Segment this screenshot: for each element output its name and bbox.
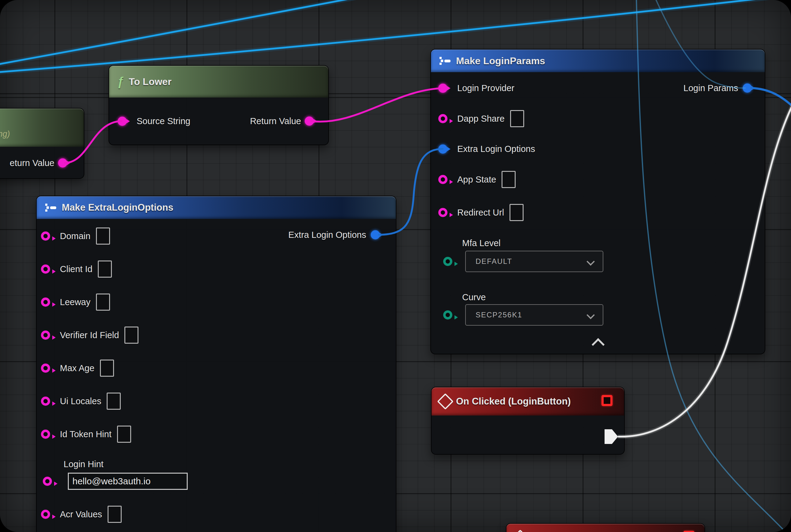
mfa-level-dropdown[interactable]: DEFAULT — [465, 251, 603, 272]
leeway-pin[interactable] — [41, 298, 54, 307]
chevron-down-icon — [586, 311, 595, 319]
leeway-checkbox[interactable] — [96, 293, 110, 311]
node-on-clicked-logout-button[interactable]: On Clicked (LogoutButton) — [506, 523, 705, 532]
pin-row-leeway: Leeway — [41, 293, 110, 311]
to-lower-source-string-pin[interactable] — [118, 116, 131, 126]
domain-pin[interactable] — [41, 231, 54, 241]
pin-row-redirect-url: Redirect Url — [438, 204, 524, 221]
node-on-clicked-logout-button-header[interactable]: On Clicked (LogoutButton) — [506, 524, 705, 532]
verifier-id-field-checkbox[interactable] — [124, 326, 138, 344]
node-to-lower[interactable]: ƒ To Lower — [109, 65, 329, 145]
pin-row-app-state: App State — [438, 171, 516, 188]
node-make-extra-login-options-header[interactable]: Make ExtraLoginOptions — [37, 196, 396, 219]
function-icon: ƒ — [117, 75, 124, 89]
node-to-lower-title: To Lower — [129, 76, 172, 88]
partial-return-value-label: eturn Value — [10, 158, 54, 168]
node-make-login-params-title: Make LoginParams — [456, 55, 545, 66]
event-icon — [437, 393, 454, 410]
delegate-output-pin[interactable] — [683, 531, 694, 532]
chevron-down-icon — [586, 258, 595, 266]
acr-values-pin[interactable] — [41, 510, 54, 519]
pin-row-dapp-share: Dapp Share — [438, 110, 524, 127]
ui-locales-pin[interactable] — [41, 397, 54, 406]
redirect-url-checkbox[interactable] — [509, 204, 524, 221]
blueprint-editor: tion ox (String) eturn Value ƒ To Lower … — [0, 0, 791, 532]
client-id-checkbox[interactable] — [98, 261, 112, 278]
node-on-clicked-login-button-title: On Clicked (LoginButton) — [456, 396, 571, 407]
pin-row-id-token-hint: Id Token Hint — [41, 425, 131, 443]
max-age-pin[interactable] — [41, 363, 54, 373]
make-struct-icon — [45, 203, 57, 212]
verifier-id-field-pin[interactable] — [41, 330, 54, 340]
delegate-output-pin[interactable] — [601, 395, 613, 406]
node-to-lower-header[interactable]: ƒ To Lower — [109, 66, 328, 97]
pin-row-login-provider: Login Provider — [438, 83, 515, 93]
wire-to-lower-to-login-provider — [311, 88, 440, 122]
wire-blue-long-1 — [0, 0, 363, 65]
node-make-extra-login-options-title: Make ExtraLoginOptions — [62, 202, 173, 213]
extra-login-options-input-pin[interactable] — [438, 144, 452, 153]
to-lower-source-string-label: Source String — [137, 116, 190, 126]
make-struct-icon — [439, 56, 451, 65]
acr-values-checkbox[interactable] — [108, 506, 122, 523]
id-token-hint-pin[interactable] — [41, 430, 54, 439]
to-lower-return-value-label: Return Value — [250, 116, 301, 126]
pin-row-ui-locales: Ui Locales — [41, 393, 121, 410]
node-partial-target[interactable]: tion ox (String) — [0, 108, 84, 179]
pin-row-extra-login-options-in: Extra Login Options — [438, 144, 535, 154]
graph-canvas[interactable]: tion ox (String) eturn Value ƒ To Lower … — [0, 0, 791, 532]
curve-label: Curve — [462, 292, 486, 302]
event-icon — [512, 530, 528, 532]
node-make-login-params-header[interactable]: Make LoginParams — [431, 50, 765, 72]
login-params-output-label: Login Params — [683, 83, 738, 93]
extra-login-options-output-label: Extra Login Options — [288, 230, 366, 240]
app-state-pin[interactable] — [438, 175, 452, 184]
node-partial-target-subtitle: ox (String) — [0, 129, 10, 139]
pin-row-verifier-id-field: Verifier Id Field — [41, 326, 138, 344]
node-on-clicked-login-button-header[interactable]: On Clicked (LoginButton) — [431, 387, 624, 416]
login-hint-label: Login Hint — [63, 459, 103, 469]
wire-blue-long-1-glow — [0, 0, 363, 65]
to-lower-source-string-row: Source String — [118, 116, 190, 126]
dapp-share-checkbox[interactable] — [510, 110, 524, 127]
max-age-checkbox[interactable] — [100, 360, 114, 377]
mfa-level-label: Mfa Level — [462, 238, 501, 248]
domain-checkbox[interactable] — [96, 227, 110, 245]
node-on-clicked-login-button[interactable]: On Clicked (LoginButton) — [431, 387, 625, 455]
pin-row-max-age: Max Age — [41, 360, 114, 377]
id-token-hint-checkbox[interactable] — [117, 425, 131, 443]
pin-row-domain: Domain — [41, 227, 110, 245]
login-provider-pin[interactable] — [438, 83, 452, 93]
ui-locales-checkbox[interactable] — [107, 393, 121, 410]
client-id-pin[interactable] — [41, 264, 54, 274]
app-state-checkbox[interactable] — [502, 171, 516, 188]
dapp-share-pin[interactable] — [438, 114, 452, 123]
redirect-url-pin[interactable] — [438, 208, 452, 217]
pin-row-client-id: Client Id — [41, 261, 112, 278]
node-partial-target-header[interactable]: tion ox (String) — [0, 109, 84, 147]
curve-dropdown[interactable]: SECP256K1 — [465, 304, 603, 326]
pin-row-acr-values: Acr Values — [41, 506, 122, 523]
login-hint-input[interactable]: hello@web3auth.io — [68, 473, 188, 490]
